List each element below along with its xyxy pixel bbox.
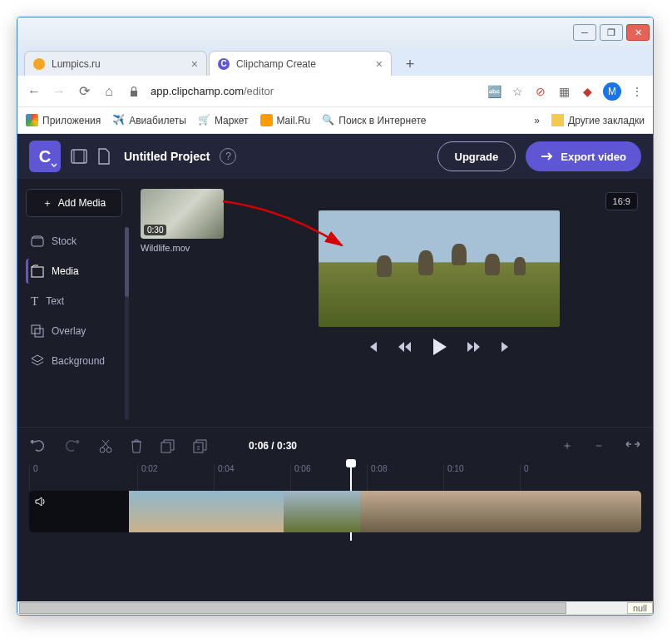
undo-icon[interactable] xyxy=(29,440,46,452)
ruler-tick: 0:02 xyxy=(137,464,214,491)
bookmark-flights[interactable]: ✈️Авиабилеты xyxy=(112,114,186,126)
fit-timeline-icon[interactable] xyxy=(625,438,641,453)
close-window-button[interactable]: ✕ xyxy=(626,24,650,41)
paste-icon[interactable] xyxy=(193,439,207,453)
skip-start-icon[interactable] xyxy=(365,340,378,354)
bookmark-search[interactable]: 🔍Поиск в Интернете xyxy=(322,114,426,126)
help-icon[interactable]: ? xyxy=(220,148,236,165)
delete-icon[interactable] xyxy=(131,438,142,453)
folder-icon xyxy=(551,114,564,126)
apps-shortcut[interactable]: Приложения xyxy=(26,114,101,126)
redo-icon[interactable] xyxy=(64,440,81,452)
timeline-ruler[interactable]: 0 0:02 0:04 0:06 0:08 0:10 0 xyxy=(17,464,653,491)
ruler-tick: 0 xyxy=(520,464,596,491)
sid-label: Stock xyxy=(52,235,77,247)
sidebar-item-background[interactable]: Background xyxy=(26,349,122,373)
bm-label: Маркет xyxy=(215,115,249,126)
pdf-ext-icon[interactable]: ◆ xyxy=(580,84,595,99)
preview-canvas[interactable] xyxy=(319,210,560,327)
fastforward-icon[interactable] xyxy=(467,341,482,353)
track-clip[interactable] xyxy=(284,491,360,532)
other-bookmarks[interactable]: Другие закладки xyxy=(551,114,645,126)
svg-rect-7 xyxy=(161,443,170,453)
apps-icon xyxy=(26,114,38,126)
volume-icon[interactable] xyxy=(34,496,47,507)
zoom-in-icon[interactable]: ＋ xyxy=(561,438,573,453)
bookmarks-bar: Приложения ✈️Авиабилеты 🛒Маркет Mail.Ru … xyxy=(17,107,653,134)
svg-point-5 xyxy=(100,448,105,453)
close-tab-icon[interactable]: × xyxy=(191,57,198,71)
reload-icon[interactable]: ⟳ xyxy=(76,83,92,100)
maximize-button[interactable]: ❐ xyxy=(600,24,623,41)
sidebar-item-overlay[interactable]: Overlay xyxy=(26,319,122,344)
adblock-ext-icon[interactable]: ⊘ xyxy=(533,84,548,99)
app-logo[interactable]: C xyxy=(29,141,61,172)
sid-label: Text xyxy=(46,295,64,307)
timeline-toolbar: 0:06 / 0:30 ＋ － xyxy=(17,428,653,464)
split-icon[interactable] xyxy=(99,438,112,453)
upgrade-button[interactable]: Upgrade xyxy=(437,141,516,171)
plus-icon: ＋ xyxy=(42,196,52,210)
copy-icon[interactable] xyxy=(161,439,175,453)
zoom-out-icon[interactable]: － xyxy=(593,438,605,453)
new-tab-button[interactable]: + xyxy=(398,52,422,76)
translate-icon[interactable]: 🔤 xyxy=(487,84,502,99)
add-media-button[interactable]: ＋ Add Media xyxy=(26,189,122,217)
window-horizontal-scrollbar[interactable]: null xyxy=(17,601,653,615)
svg-rect-1 xyxy=(32,238,43,246)
stock-icon xyxy=(31,235,44,247)
bookmark-mailru[interactable]: Mail.Ru xyxy=(260,114,311,126)
play-button[interactable] xyxy=(430,337,448,357)
lock-icon xyxy=(126,83,142,100)
bookmark-market[interactable]: 🛒Маркет xyxy=(198,114,249,126)
bookmarks-overflow[interactable]: » xyxy=(534,115,540,126)
account-avatar[interactable]: M xyxy=(603,82,621,101)
timeline-area: 0:06 / 0:30 ＋ － 0 0:02 0:04 0:06 0:08 0:… xyxy=(17,427,653,601)
ruler-tick: 0:04 xyxy=(214,464,290,491)
home-icon[interactable]: ⌂ xyxy=(101,83,117,100)
ruler-tick: 0:08 xyxy=(367,464,443,491)
close-tab-icon[interactable]: × xyxy=(376,57,383,71)
export-label: Export video xyxy=(561,151,626,163)
track-clip[interactable] xyxy=(129,491,284,532)
window-titlebar: ─ ❐ ✕ xyxy=(17,17,653,47)
track-clip[interactable] xyxy=(29,491,129,532)
svg-rect-3 xyxy=(32,325,40,334)
video-track[interactable] xyxy=(29,491,641,532)
track-clip[interactable] xyxy=(360,491,641,532)
scroll-thumb[interactable] xyxy=(19,602,566,614)
kebab-menu-icon[interactable]: ⋮ xyxy=(630,84,645,99)
sidebar-item-text[interactable]: T Text xyxy=(26,289,122,314)
clip-filename: Wildlife.mov xyxy=(141,243,224,253)
film-icon[interactable] xyxy=(71,149,87,164)
url-text[interactable]: app.clipchamp.com/editor xyxy=(151,85,478,97)
text-icon: T xyxy=(31,294,38,309)
skip-end-icon[interactable] xyxy=(500,340,513,354)
sidebar-scrollbar[interactable] xyxy=(125,227,129,420)
extension-icon[interactable]: ▦ xyxy=(556,84,571,99)
logo-letter: C xyxy=(39,147,51,166)
aspect-ratio-selector[interactable]: 16:9 xyxy=(605,192,638,210)
rewind-icon[interactable] xyxy=(397,341,412,353)
star-icon[interactable]: ☆ xyxy=(510,84,525,99)
tab-clipchamp[interactable]: C Clipchamp Create × xyxy=(209,51,392,76)
minimize-button[interactable]: ─ xyxy=(573,24,596,41)
file-icon[interactable] xyxy=(97,148,111,165)
cart-icon: 🛒 xyxy=(198,114,210,126)
tab-lumpics[interactable]: Lumpics.ru × xyxy=(24,51,207,76)
export-button[interactable]: Export video xyxy=(526,141,641,171)
sidebar-item-media[interactable]: Media xyxy=(26,259,122,284)
back-icon[interactable]: ← xyxy=(26,83,42,100)
media-clip[interactable]: 0:30 Wildlife.mov xyxy=(141,189,224,417)
forward-icon[interactable]: → xyxy=(51,83,67,100)
tab-title: Clipchamp Create xyxy=(236,58,316,70)
favicon-clipchamp: C xyxy=(218,58,230,70)
bm-label: Приложения xyxy=(42,115,101,126)
sidebar-scroll-thumb[interactable] xyxy=(125,227,129,297)
timeline-tracks xyxy=(17,491,653,532)
clip-thumbnail[interactable]: 0:30 xyxy=(141,189,224,239)
project-title[interactable]: Untitled Project xyxy=(124,150,210,163)
sid-label: Media xyxy=(52,265,79,277)
sidebar-item-stock[interactable]: Stock xyxy=(26,229,122,254)
null-badge: null xyxy=(627,602,653,614)
